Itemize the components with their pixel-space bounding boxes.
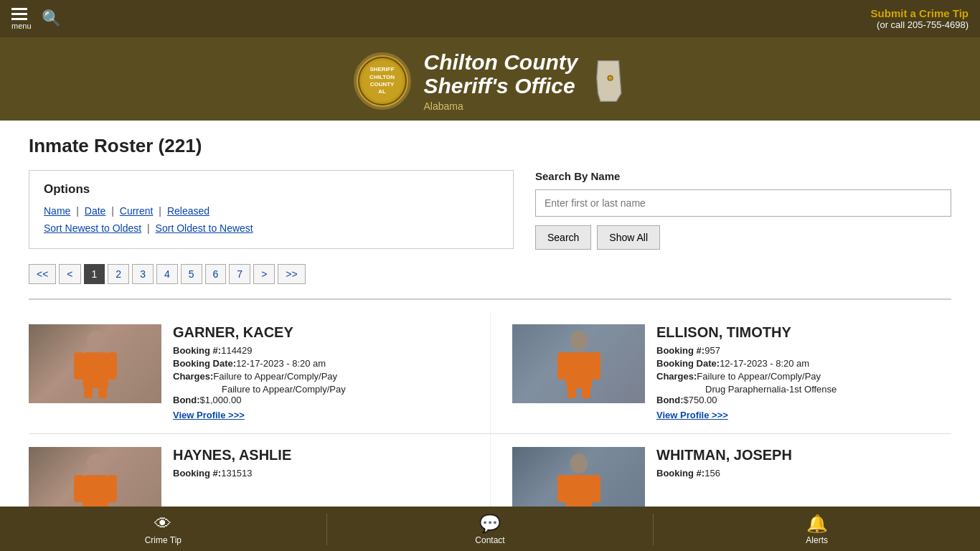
options-search-row: Options Name | Date | Current | Released… [29, 170, 951, 250]
bell-icon: 🔔 [806, 514, 828, 534]
view-profile-link[interactable]: View Profile >>> [656, 410, 951, 420]
svg-rect-22 [557, 475, 567, 502]
pagination: << < 1 2 3 4 5 6 7 > >> [29, 264, 951, 284]
crime-tip-link[interactable]: Submit a Crime Tip [871, 7, 969, 19]
pagination-page-5[interactable]: 5 [181, 264, 202, 284]
header-subtitle: Alabama [424, 100, 463, 112]
svg-rect-12 [567, 384, 576, 398]
svg-point-1 [608, 75, 613, 80]
options-box: Options Name | Date | Current | Released… [29, 170, 514, 249]
nav-right: Submit a Crime Tip (or call 205-755-4698… [871, 7, 969, 30]
inmate-name: HAYNES, ASHLIE [173, 447, 468, 463]
link-released[interactable]: Released [167, 205, 209, 217]
inmate-charge-2: Failure to Appear/Comply/Pay [222, 384, 468, 395]
inmate-grid: GARNER, KACEY Booking #:114429 Booking D… [29, 311, 951, 540]
badge-logo: SHERIFFCHILTONCOUNTYAL [354, 52, 411, 110]
pagination-first[interactable]: << [29, 264, 56, 284]
options-title: Options [44, 182, 499, 197]
sort-newest[interactable]: Sort Newest to Oldest [44, 222, 141, 234]
inmate-bond: Bond:$1,000.00 [173, 395, 468, 405]
svg-marker-0 [597, 61, 621, 102]
svg-rect-3 [83, 352, 108, 388]
alabama-map-icon [590, 60, 626, 103]
table-row: GARNER, KACEY Booking #:114429 Booking D… [29, 311, 490, 434]
menu-button[interactable]: menu [11, 8, 32, 30]
search-button[interactable]: Search [535, 225, 591, 250]
pagination-prev[interactable]: < [59, 264, 80, 284]
svg-point-20 [570, 453, 588, 474]
link-name[interactable]: Name [44, 205, 70, 217]
inmate-charges-label: Charges:Failure to Appear/Comply/Pay [173, 371, 468, 382]
inmate-booking-date: Booking Date:12-17-2023 - 8:20 am [656, 358, 951, 369]
inmate-photo [512, 324, 645, 403]
inmate-info: GARNER, KACEY Booking #:114429 Booking D… [173, 324, 468, 420]
person-silhouette-icon [67, 328, 124, 400]
svg-rect-9 [566, 352, 592, 388]
badge-inner: SHERIFFCHILTONCOUNTYAL [358, 57, 407, 105]
menu-label: menu [11, 22, 32, 30]
inmate-name: WHITMAN, JOSEPH [656, 447, 951, 463]
svg-rect-15 [83, 475, 108, 511]
pagination-page-1[interactable]: 1 [84, 264, 105, 284]
photo-placeholder [29, 324, 161, 403]
header-banner: SHERIFFCHILTONCOUNTYAL Chilton County Sh… [0, 37, 980, 121]
link-current[interactable]: Current [120, 205, 154, 217]
inmate-bond: Bond:$750.00 [656, 395, 951, 405]
svg-rect-10 [557, 352, 567, 380]
svg-rect-6 [84, 384, 93, 398]
svg-rect-5 [107, 352, 117, 380]
search-by-name-box: Search By Name Search Show All [535, 170, 951, 250]
options-links: Name | Date | Current | Released [44, 205, 499, 217]
inmate-booking-num: Booking #:156 [656, 468, 951, 479]
pagination-page-3[interactable]: 3 [132, 264, 154, 284]
chat-icon: 💬 [479, 514, 501, 534]
bottom-nav: 👁 Crime Tip 💬 Contact 🔔 Alerts [0, 507, 980, 551]
svg-rect-13 [582, 384, 590, 398]
inmate-booking-date: Booking Date:12-17-2023 - 8:20 am [173, 358, 468, 369]
call-text: (or call 205-755-4698) [871, 19, 969, 30]
inmate-photo [29, 324, 161, 403]
inmate-booking-num: Booking #:114429 [173, 345, 468, 356]
inmate-booking-num: Booking #:957 [656, 345, 951, 356]
search-by-name-label: Search By Name [535, 170, 951, 182]
svg-rect-7 [98, 384, 107, 398]
header-text: Chilton County Sheriff's Office Alabama [424, 50, 578, 112]
inmate-name: GARNER, KACEY [173, 324, 468, 341]
inmate-booking-num: Booking #:131513 [173, 468, 468, 479]
inmate-name: ELLISON, TIMOTHY [656, 324, 951, 341]
eye-icon: 👁 [154, 514, 171, 534]
svg-point-2 [87, 331, 104, 351]
pagination-last[interactable]: >> [278, 264, 305, 284]
view-profile-link[interactable]: View Profile >>> [173, 410, 468, 420]
pagination-page-7[interactable]: 7 [229, 264, 250, 284]
nav-left: menu 🔍 [11, 8, 61, 30]
photo-placeholder [512, 324, 645, 403]
pagination-next[interactable]: > [253, 264, 275, 284]
pagination-page-4[interactable]: 4 [156, 264, 178, 284]
inmate-info: ELLISON, TIMOTHY Booking #:957 Booking D… [656, 324, 951, 420]
top-nav: menu 🔍 Submit a Crime Tip (or call 205-7… [0, 0, 980, 37]
pagination-page-6[interactable]: 6 [205, 264, 227, 284]
inmate-charge-2: Drug Paraphernalia-1st Offense [705, 384, 951, 395]
bottom-nav-alerts[interactable]: 🔔 Alerts [654, 514, 980, 545]
bottom-nav-crime-tip[interactable]: 👁 Crime Tip [0, 514, 327, 545]
header-title-line2: Sheriff's Office [424, 74, 575, 98]
show-all-button[interactable]: Show All [597, 225, 660, 250]
divider [29, 298, 951, 300]
sort-oldest[interactable]: Sort Oldest to Newest [156, 222, 253, 234]
link-date[interactable]: Date [85, 205, 106, 217]
contact-label: Contact [475, 535, 504, 545]
alerts-label: Alerts [806, 535, 828, 545]
page-title: Inmate Roster (221) [29, 135, 951, 157]
svg-rect-17 [107, 475, 117, 502]
pagination-page-2[interactable]: 2 [108, 264, 129, 284]
bottom-nav-contact[interactable]: 💬 Contact [327, 514, 654, 545]
search-buttons: Search Show All [535, 225, 951, 250]
table-row: ELLISON, TIMOTHY Booking #:957 Booking D… [490, 311, 951, 434]
crime-tip-label: Crime Tip [145, 535, 182, 545]
svg-point-8 [570, 331, 588, 351]
svg-rect-16 [74, 475, 84, 502]
search-icon[interactable]: 🔍 [42, 9, 61, 28]
name-search-input[interactable] [535, 189, 951, 217]
inmate-charges-label: Charges:Failure to Appear/Comply/Pay [656, 371, 951, 382]
